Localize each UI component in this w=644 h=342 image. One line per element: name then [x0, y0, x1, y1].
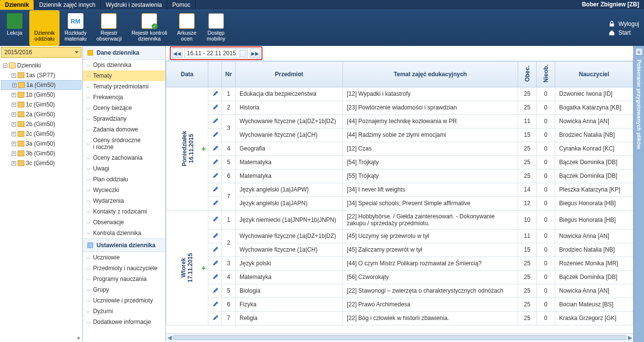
nav-item[interactable]: ››Kontrola dziennika	[83, 228, 165, 238]
expand-icon[interactable]: +	[12, 93, 16, 97]
expand-icon[interactable]: −	[3, 64, 7, 68]
nav-item[interactable]: ››Sprawdziany	[83, 113, 165, 124]
nav-item[interactable]: ››Dodatkowe informacje	[83, 317, 165, 327]
add-lesson-icon[interactable]: +	[201, 264, 206, 273]
nav-item[interactable]: ››Plan oddziału	[83, 174, 165, 185]
scroll-thumb[interactable]	[173, 335, 626, 340]
expand-icon[interactable]: +	[12, 151, 16, 156]
scroll-left-icon[interactable]: ◀	[166, 334, 173, 341]
present-cell: 25	[518, 101, 537, 114]
expand-icon[interactable]: +	[12, 122, 16, 127]
col-nieob[interactable]: Nieob.	[537, 62, 555, 87]
nav-item[interactable]: ››Przedmioty i nauczyciele	[83, 263, 165, 274]
add-lesson-icon[interactable]: +	[201, 145, 206, 153]
nav-item[interactable]: ››Programy nauczania	[83, 274, 165, 284]
nav-item[interactable]: ››Wycieczki	[83, 185, 165, 195]
col-nauczyciel[interactable]: Nauczyciel	[555, 62, 633, 87]
pencil-icon[interactable]	[212, 145, 219, 151]
pencil-icon[interactable]	[212, 158, 219, 165]
pencil-icon[interactable]	[212, 90, 219, 97]
expand-icon[interactable]: +	[12, 132, 16, 136]
ribbon-rejestr-kontroli[interactable]: ✓ Rejestr kontroli dziennika	[126, 10, 172, 46]
tree-item[interactable]: +2c (Gim50)	[1, 129, 81, 139]
ribbon-arkusze[interactable]: Arkusze ocen	[172, 10, 201, 46]
expand-icon[interactable]: +	[12, 73, 16, 78]
date-range-input[interactable]: 16.11 - 22.11 2015	[184, 48, 248, 58]
tree-item[interactable]: +1c (Gim50)	[1, 100, 81, 109]
pencil-icon[interactable]	[212, 273, 219, 280]
nav-item[interactable]: ››Tematy przedmiotami	[83, 81, 165, 92]
nav-item[interactable]: ››Uczniowie i przedmioty	[83, 295, 165, 306]
pencil-icon[interactable]	[212, 104, 219, 110]
col-obec[interactable]: Obec.	[518, 62, 537, 87]
nr-cell: 1	[222, 210, 236, 229]
nav-item[interactable]: ››Obserwacje	[83, 217, 165, 228]
ribbon-rozklady[interactable]: RM Rozkłady materiału	[60, 10, 91, 46]
pencil-icon[interactable]	[212, 232, 219, 239]
pencil-icon[interactable]	[212, 259, 219, 266]
pencil-icon[interactable]	[212, 300, 219, 307]
calendar-icon[interactable]	[240, 50, 246, 57]
pencil-icon[interactable]	[212, 117, 219, 124]
nav-item[interactable]: ››Frekwencja	[83, 92, 165, 103]
nav-item[interactable]: ››Oceny śródroczne i roczne	[83, 135, 165, 152]
pencil-icon[interactable]	[212, 172, 219, 179]
tree-item[interactable]: +2b (Gim50)	[1, 119, 81, 129]
pencil-icon[interactable]	[212, 314, 219, 321]
nav-item[interactable]: ››Uczniowie	[83, 252, 165, 263]
pencil-icon[interactable]	[212, 199, 219, 206]
nav-item[interactable]: ››Tematy	[83, 70, 165, 81]
nav-item[interactable]: ››Kontakty z rodzicami	[83, 206, 165, 217]
ribbon-lekcja[interactable]: Lekcja	[0, 10, 29, 46]
next-week-button[interactable]: ▶▶	[250, 48, 261, 58]
nav-item[interactable]: ››Opis dziennika	[83, 60, 165, 70]
tree-root[interactable]: − Dzienniki	[1, 61, 81, 70]
tab-wydruki[interactable]: Wydruki i zestawienia	[101, 0, 167, 10]
tree-item[interactable]: +2a (Gim50)	[1, 109, 81, 119]
expand-icon[interactable]: +	[12, 112, 16, 117]
topic-cell: [56] Czworokąty	[343, 270, 518, 284]
tree-item[interactable]: +1b (Gim50)	[1, 90, 81, 100]
pencil-icon[interactable]	[212, 131, 219, 138]
pencil-icon[interactable]	[212, 215, 219, 222]
tree-item[interactable]: +1as (SP77)	[1, 70, 81, 80]
tree-item[interactable]: +3b (Gim50)	[1, 149, 81, 158]
right-collapsed-panel[interactable]: « Pobieranie przygotowanych plików	[633, 46, 644, 342]
col-nr[interactable]: Nr	[222, 62, 236, 87]
nav-item[interactable]: ››Wydarzenia	[83, 195, 165, 206]
tab-dziennik-innych[interactable]: Dziennik zajęć innych	[34, 0, 101, 10]
col-temat[interactable]: Temat zajęć edukacyjnych	[343, 62, 518, 87]
nav-item[interactable]: ››Uwagi	[83, 163, 165, 174]
nav-item[interactable]: ››Zadania domowe	[83, 124, 165, 135]
nav-item[interactable]: ››Dyżurni	[83, 306, 165, 317]
tab-dziennik[interactable]: Dziennik	[0, 0, 34, 10]
pencil-icon[interactable]	[212, 186, 219, 192]
present-cell: 10	[518, 210, 537, 229]
horizontal-scrollbar[interactable]: ◀ ▶	[166, 333, 633, 342]
grid-scroll[interactable]: Data Nr Przedmiot Temat zajęć edukacyjny…	[166, 61, 633, 333]
col-data[interactable]: Data	[166, 62, 208, 87]
expand-icon[interactable]: +	[12, 103, 16, 107]
expand-right-icon[interactable]: «	[635, 48, 643, 56]
ribbon-dziennik-oddzialu[interactable]: Dziennik oddziału	[29, 10, 60, 46]
ribbon-mobilny[interactable]: Dostęp mobilny	[201, 10, 231, 46]
school-year-select[interactable]: 2015/2016	[1, 47, 81, 58]
pencil-icon[interactable]	[212, 287, 219, 294]
nav-item[interactable]: ››Oceny zachowania	[83, 152, 165, 163]
ribbon-rejestr-obserwacji[interactable]: Rejestr obserwacji	[91, 10, 126, 46]
logout-link[interactable]: Wyloguj	[608, 21, 639, 27]
pencil-icon[interactable]	[212, 246, 219, 253]
tree-item[interactable]: +1a (Gim50)	[1, 80, 81, 90]
expand-icon[interactable]: +	[12, 142, 16, 146]
expand-icon[interactable]: +	[12, 83, 17, 87]
expand-icon[interactable]: +	[12, 161, 16, 166]
tree-item[interactable]: +3c (Gim50)	[1, 158, 81, 168]
start-link[interactable]: Start	[608, 29, 639, 36]
col-przedmiot[interactable]: Przedmiot	[236, 62, 343, 87]
prev-week-button[interactable]: ◀◀	[172, 48, 182, 58]
scroll-right-icon[interactable]: ▶	[626, 334, 633, 341]
tree-item[interactable]: +3a (Gim50)	[1, 139, 81, 149]
nav-item[interactable]: ››Grupy	[83, 284, 165, 295]
nav-item[interactable]: ››Oceny bieżące	[83, 103, 165, 113]
tab-pomoc[interactable]: Pomoc	[167, 0, 196, 10]
